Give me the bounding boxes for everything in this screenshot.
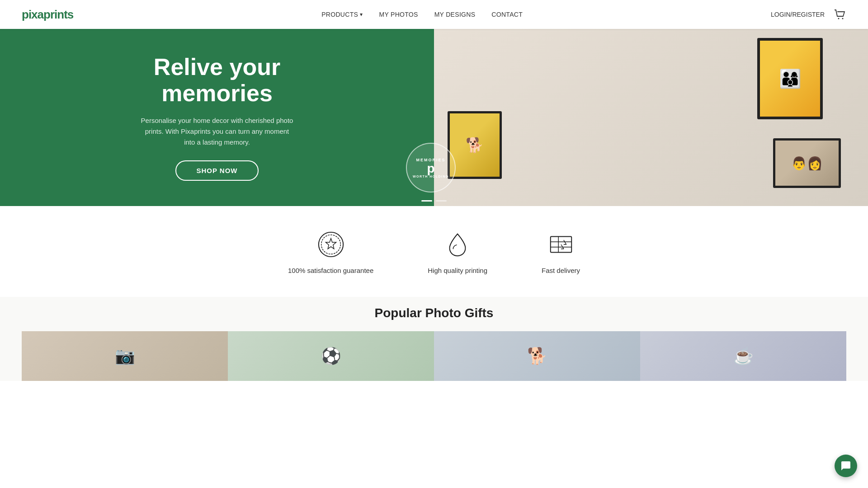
nav-products[interactable]: PRODUCTS bbox=[321, 11, 363, 18]
popular-card-prints[interactable]: 📷 bbox=[22, 331, 228, 381]
svg-marker-4 bbox=[326, 238, 336, 249]
photo-frame-small-inner: 👨‍👩 bbox=[775, 141, 839, 186]
nav-links: PRODUCTS MY PHOTOS MY DESIGNS CONTACT bbox=[321, 11, 523, 18]
popular-grid: 📷 ⚽ 🐕 ☕ bbox=[22, 331, 846, 381]
badge-bottom-text: WORTH HOLDING bbox=[413, 175, 449, 178]
popular-section: Popular Photo Gifts 📷 ⚽ 🐕 ☕ bbox=[0, 297, 868, 381]
svg-point-1 bbox=[842, 18, 844, 19]
nav-my-photos[interactable]: MY PHOTOS bbox=[379, 11, 418, 18]
star-shield-icon bbox=[315, 229, 347, 260]
popular-card-canvas-inner: ⚽ bbox=[228, 331, 434, 381]
photo-frame-small: 👨‍👩 bbox=[773, 138, 841, 188]
svg-point-2 bbox=[318, 232, 343, 257]
popular-card-canvas[interactable]: ⚽ bbox=[228, 331, 434, 381]
feature-quality: High quality printing bbox=[428, 229, 487, 274]
memories-badge: MEMORIES p WORTH HOLDING bbox=[406, 143, 456, 192]
feature-satisfaction-label: 100% satisfaction guarantee bbox=[288, 267, 373, 274]
popular-section-title: Popular Photo Gifts bbox=[22, 306, 846, 320]
popular-card-mug-inner: ☕ bbox=[640, 331, 846, 381]
feature-delivery-label: Fast delivery bbox=[542, 267, 580, 274]
photo-frame-medium: 🐕 bbox=[448, 111, 502, 179]
hero-photos-display: 👨‍👩‍👦 🐕 👨‍👩 bbox=[434, 29, 868, 206]
hero-title: Relive your memories bbox=[154, 54, 280, 106]
popular-card-cushion[interactable]: 🐕 bbox=[434, 331, 640, 381]
hero-right-panel: 👨‍👩‍👦 🐕 👨‍👩 bbox=[434, 29, 868, 206]
nav-contact[interactable]: CONTACT bbox=[491, 11, 523, 18]
cart-button[interactable] bbox=[834, 8, 846, 21]
hero-section: Relive your memories Personalise your ho… bbox=[0, 29, 868, 206]
feature-delivery: Fast delivery bbox=[542, 229, 580, 274]
nav-my-designs[interactable]: MY DESIGNS bbox=[434, 11, 476, 18]
photo-frame-medium-inner: 🐕 bbox=[450, 113, 500, 177]
badge-letter: p bbox=[427, 162, 434, 175]
feature-satisfaction: 100% satisfaction guarantee bbox=[288, 229, 373, 274]
hero-subtitle: Personalise your home decor with cherish… bbox=[140, 115, 294, 148]
navbar: pixaprints PRODUCTS MY PHOTOS MY DESIGNS… bbox=[0, 0, 868, 29]
drop-icon bbox=[442, 229, 473, 260]
popular-card-prints-inner: 📷 bbox=[22, 331, 228, 381]
svg-point-0 bbox=[838, 18, 840, 19]
carousel-dot-1[interactable] bbox=[421, 200, 432, 202]
photo-frame-large-inner: 👨‍👩‍👦 bbox=[760, 41, 820, 117]
fast-delivery-icon bbox=[545, 229, 577, 260]
carousel-dot-2[interactable] bbox=[436, 200, 447, 202]
popular-card-cushion-inner: 🐕 bbox=[434, 331, 640, 381]
shop-now-button[interactable]: SHOP NOW bbox=[175, 160, 258, 181]
feature-quality-label: High quality printing bbox=[428, 267, 487, 274]
brand-logo[interactable]: pixaprints bbox=[22, 8, 73, 22]
nav-right: LOGIN/REGISTER bbox=[771, 8, 846, 21]
carousel-dots bbox=[0, 200, 868, 202]
photo-frame-large: 👨‍👩‍👦 bbox=[757, 38, 823, 119]
hero-left-panel: Relive your memories Personalise your ho… bbox=[0, 29, 434, 206]
features-section: 100% satisfaction guarantee High quality… bbox=[0, 206, 868, 297]
login-register-link[interactable]: LOGIN/REGISTER bbox=[771, 11, 825, 18]
popular-card-mug[interactable]: ☕ bbox=[640, 331, 846, 381]
